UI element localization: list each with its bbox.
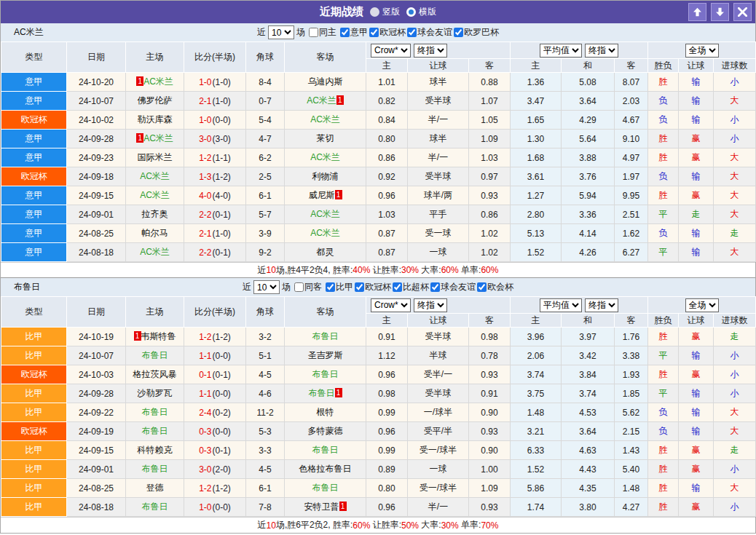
league-checkbox[interactable]	[430, 282, 440, 292]
same-venue-filter[interactable]: 同主	[307, 26, 336, 39]
summary-segment: 大率:	[419, 519, 441, 531]
handicap-result-cell: 赢	[679, 130, 714, 148]
radio-unselected-icon[interactable]	[370, 7, 379, 17]
full-match-select[interactable]: 全场	[685, 298, 719, 312]
summary-segment: 单率:	[459, 264, 481, 277]
col-header-type: 类型	[1, 42, 67, 73]
result-cell: 胜	[648, 328, 679, 346]
move-down-button[interactable]	[711, 3, 729, 21]
league-checkbox[interactable]	[477, 282, 487, 292]
final-odds-select-1[interactable]: 终指	[414, 298, 447, 312]
final-odds-select-1[interactable]: 终指	[414, 44, 447, 58]
full-time-score: 2-2	[199, 247, 211, 258]
final-odds-select-2[interactable]: 终指	[585, 298, 618, 312]
handicap-result-cell: 赢	[679, 328, 714, 346]
goals-result-cell: 小	[714, 498, 756, 517]
sub-header-home-odds: 主	[366, 59, 408, 73]
half-time-score: (3-0)	[213, 134, 231, 144]
col-header-date: 日期	[67, 297, 126, 328]
league-filter-item[interactable]: 欧冠杯	[368, 26, 406, 39]
recent-label: 近	[257, 26, 266, 39]
average-select[interactable]: 平均值	[540, 298, 582, 312]
team-name: AC米兰	[140, 247, 170, 257]
league-checkbox[interactable]	[326, 282, 335, 292]
radio-selected-icon[interactable]	[406, 7, 416, 17]
bookmaker-select[interactable]: Crow*	[371, 298, 411, 312]
team-name: 多特蒙德	[308, 426, 343, 436]
league-checkbox[interactable]	[369, 28, 379, 37]
same-venue-filter[interactable]: 同客	[293, 281, 322, 293]
away-team-cell: 乌迪内斯	[285, 73, 366, 92]
league-checkbox[interactable]	[407, 28, 417, 37]
recent-count-select[interactable]: 10	[268, 25, 294, 39]
away-team-cell: 布鲁日	[285, 365, 366, 384]
handicap-result-cell: 走	[679, 205, 714, 224]
same-venue-checkbox[interactable]	[294, 282, 304, 292]
league-checkbox[interactable]	[454, 28, 463, 37]
league-filter-item[interactable]: 比甲	[324, 281, 353, 293]
sub-header-away-odds: 客	[469, 314, 511, 328]
handicap-cell: 受半球	[408, 92, 469, 111]
league-filter-item[interactable]: 欧会杯	[476, 281, 513, 293]
close-button[interactable]	[733, 3, 752, 21]
date-cell: 24-08-18	[67, 243, 126, 262]
league-checkbox[interactable]	[340, 28, 350, 37]
full-time-score: 2-1	[199, 96, 211, 106]
result-cell: 负	[648, 167, 679, 186]
league-filter-item[interactable]: 球会友谊	[429, 281, 476, 293]
goals-result-cell: 小	[714, 111, 756, 130]
league-checkbox[interactable]	[355, 282, 364, 292]
goals-result-cell: 大	[714, 167, 756, 186]
corner-cell: 7-8	[246, 498, 285, 517]
match-row: 欧冠杯24-09-18AC米兰1-3(1-2)2-5利物浦0.92受半球0.97…	[1, 167, 756, 186]
layout-option-horizontal[interactable]: 横版	[406, 6, 436, 18]
full-time-score: 1-0	[199, 502, 211, 512]
result-cell: 平	[648, 243, 679, 262]
result-cell: 负	[648, 111, 679, 130]
team-name: 韦斯特鲁	[141, 331, 176, 341]
league-cell: 比甲	[1, 460, 67, 479]
average-select[interactable]: 平均值	[540, 44, 582, 58]
half-time-score: (1-0)	[213, 229, 231, 239]
odds-away-cell: 0.90	[469, 403, 511, 422]
home-team-cell: 布鲁日	[126, 403, 184, 422]
recent-count-select[interactable]: 10	[253, 280, 280, 294]
corner-cell: 4-5	[246, 460, 285, 479]
odds-home-cell: 0.80	[366, 130, 408, 148]
team-name: 国际米兰	[138, 152, 173, 162]
score-cell: 0-3(0-1)	[184, 441, 246, 460]
match-row: 意甲24-10-201AC米兰1-0(1-0)8-4乌迪内斯1.01球半0.88…	[1, 73, 756, 92]
away-team-cell: 莱切	[285, 130, 366, 148]
avg-away-cell: 1.62	[615, 224, 648, 243]
full-match-select[interactable]: 全场	[685, 44, 719, 58]
move-up-button[interactable]	[688, 3, 706, 21]
avg-home-cell: 2.06	[511, 346, 562, 365]
team-name: 莱切	[317, 133, 334, 143]
league-filter-item[interactable]: 欧冠杯	[353, 281, 391, 293]
handicap-result-cell: 赢	[679, 498, 714, 517]
league-filter-item[interactable]: 球会友谊	[406, 26, 452, 39]
handicap-cell: 受半/一	[408, 365, 469, 384]
league-filter-item[interactable]: 比超杯	[391, 281, 429, 293]
home-team-cell: 1AC米兰	[126, 130, 184, 148]
league-filter-item[interactable]: 意甲	[339, 26, 368, 39]
layout-option-vertical[interactable]: 竖版	[370, 6, 400, 18]
result-cell: 负	[648, 403, 679, 422]
page-title: 近期战绩	[320, 5, 363, 19]
league-checkbox[interactable]	[393, 282, 402, 292]
rank-badge: 1	[136, 133, 143, 143]
team-name: 拉齐奥	[142, 209, 168, 219]
league-cell: 意甲	[1, 148, 67, 167]
team-name: AC米兰	[143, 133, 173, 143]
team-name: 布鲁日	[142, 426, 168, 436]
match-row: 意甲24-09-281AC米兰3-0(3-0)4-7莱切0.80球半1.091.…	[1, 130, 756, 148]
league-filter-item[interactable]: 欧罗巴杯	[452, 26, 499, 39]
goals-result-cell: 大	[714, 186, 756, 205]
final-odds-select-2[interactable]: 终指	[585, 44, 618, 58]
bookmaker-select[interactable]: Crow*	[371, 44, 411, 58]
summary-segment: 近	[258, 519, 267, 531]
close-icon	[738, 7, 747, 17]
away-team-cell: AC米兰1	[285, 92, 366, 111]
avg-away-cell: 4.97	[615, 148, 648, 167]
same-venue-checkbox[interactable]	[309, 28, 318, 37]
